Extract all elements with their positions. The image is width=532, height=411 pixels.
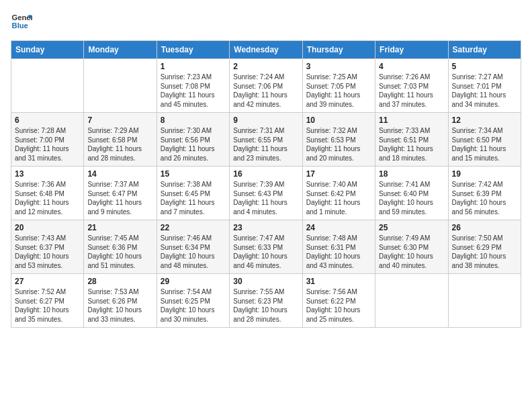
day-info: Sunrise: 7:36 AM Sunset: 6:48 PM Dayligh…: [15, 180, 80, 216]
day-cell: 25Sunrise: 7:49 AM Sunset: 6:30 PM Dayli…: [375, 220, 448, 274]
calendar-table: SundayMondayTuesdayWednesdayThursdayFrid…: [11, 40, 521, 328]
day-info: Sunrise: 7:55 AM Sunset: 6:23 PM Dayligh…: [233, 287, 298, 324]
page-header: General Blue: [11, 11, 521, 32]
week-row-3: 13Sunrise: 7:36 AM Sunset: 6:48 PM Dayli…: [11, 167, 521, 220]
day-cell: 15Sunrise: 7:38 AM Sunset: 6:45 PM Dayli…: [157, 167, 229, 220]
day-info: Sunrise: 7:56 AM Sunset: 6:22 PM Dayligh…: [306, 287, 371, 324]
day-cell: 27Sunrise: 7:52 AM Sunset: 6:27 PM Dayli…: [11, 274, 84, 328]
day-info: Sunrise: 7:42 AM Sunset: 6:39 PM Dayligh…: [452, 180, 517, 216]
day-number: 14: [87, 169, 152, 179]
day-cell: 8Sunrise: 7:30 AM Sunset: 6:56 PM Daylig…: [157, 113, 229, 167]
day-number: 4: [379, 62, 444, 71]
day-number: 15: [161, 169, 226, 179]
day-number: 22: [161, 223, 226, 232]
day-number: 7: [87, 116, 152, 125]
day-info: Sunrise: 7:34 AM Sunset: 6:50 PM Dayligh…: [452, 126, 517, 163]
day-info: Sunrise: 7:24 AM Sunset: 7:06 PM Dayligh…: [233, 73, 298, 109]
header-cell-wednesday: Wednesday: [230, 41, 302, 59]
header-cell-monday: Monday: [84, 41, 157, 59]
day-cell: 29Sunrise: 7:54 AM Sunset: 6:25 PM Dayli…: [157, 274, 229, 328]
day-info: Sunrise: 7:45 AM Sunset: 6:36 PM Dayligh…: [87, 234, 152, 270]
day-number: 26: [452, 223, 517, 232]
day-info: Sunrise: 7:40 AM Sunset: 6:42 PM Dayligh…: [306, 180, 371, 216]
day-number: 23: [233, 223, 298, 232]
day-cell: 31Sunrise: 7:56 AM Sunset: 6:22 PM Dayli…: [302, 274, 375, 328]
day-number: 12: [452, 116, 517, 125]
day-info: Sunrise: 7:31 AM Sunset: 6:55 PM Dayligh…: [233, 126, 298, 163]
header-cell-thursday: Thursday: [302, 41, 375, 59]
day-cell: 19Sunrise: 7:42 AM Sunset: 6:39 PM Dayli…: [448, 167, 521, 220]
day-number: 18: [379, 169, 444, 179]
day-cell: 17Sunrise: 7:40 AM Sunset: 6:42 PM Dayli…: [302, 167, 375, 220]
day-cell: 18Sunrise: 7:41 AM Sunset: 6:40 PM Dayli…: [375, 167, 448, 220]
day-info: Sunrise: 7:23 AM Sunset: 7:08 PM Dayligh…: [161, 73, 226, 109]
day-number: 30: [233, 277, 298, 286]
day-info: Sunrise: 7:54 AM Sunset: 6:25 PM Dayligh…: [161, 287, 226, 324]
header-cell-sunday: Sunday: [11, 41, 84, 59]
day-info: Sunrise: 7:41 AM Sunset: 6:40 PM Dayligh…: [379, 180, 444, 216]
day-cell: 12Sunrise: 7:34 AM Sunset: 6:50 PM Dayli…: [448, 113, 521, 167]
day-number: 5: [452, 62, 517, 71]
logo: General Blue: [11, 11, 35, 32]
day-number: 21: [87, 223, 152, 232]
day-number: 2: [233, 62, 298, 71]
day-cell: 5Sunrise: 7:27 AM Sunset: 7:01 PM Daylig…: [448, 59, 521, 113]
day-info: Sunrise: 7:49 AM Sunset: 6:30 PM Dayligh…: [379, 234, 444, 270]
header-cell-friday: Friday: [375, 41, 448, 59]
day-cell: 13Sunrise: 7:36 AM Sunset: 6:48 PM Dayli…: [11, 167, 84, 220]
day-number: 8: [161, 116, 226, 125]
day-cell: 24Sunrise: 7:48 AM Sunset: 6:31 PM Dayli…: [302, 220, 375, 274]
day-info: Sunrise: 7:48 AM Sunset: 6:31 PM Dayligh…: [306, 234, 371, 270]
day-info: Sunrise: 7:26 AM Sunset: 7:03 PM Dayligh…: [379, 73, 444, 109]
day-cell: 2Sunrise: 7:24 AM Sunset: 7:06 PM Daylig…: [230, 59, 302, 113]
day-number: 11: [379, 116, 444, 125]
day-number: 25: [379, 223, 444, 232]
day-info: Sunrise: 7:43 AM Sunset: 6:37 PM Dayligh…: [15, 234, 80, 270]
day-cell: 6Sunrise: 7:28 AM Sunset: 7:00 PM Daylig…: [11, 113, 84, 167]
day-cell: 1Sunrise: 7:23 AM Sunset: 7:08 PM Daylig…: [157, 59, 229, 113]
day-info: Sunrise: 7:25 AM Sunset: 7:05 PM Dayligh…: [306, 73, 371, 109]
day-number: 17: [306, 169, 371, 179]
day-cell: [448, 274, 521, 328]
day-number: 10: [306, 116, 371, 125]
day-cell: 23Sunrise: 7:47 AM Sunset: 6:33 PM Dayli…: [230, 220, 302, 274]
day-info: Sunrise: 7:37 AM Sunset: 6:47 PM Dayligh…: [87, 180, 152, 216]
day-cell: 16Sunrise: 7:39 AM Sunset: 6:43 PM Dayli…: [230, 167, 302, 220]
day-info: Sunrise: 7:47 AM Sunset: 6:33 PM Dayligh…: [233, 234, 298, 270]
day-number: 28: [87, 277, 152, 286]
week-row-1: 1Sunrise: 7:23 AM Sunset: 7:08 PM Daylig…: [11, 59, 521, 113]
day-number: 19: [452, 169, 517, 179]
day-cell: 4Sunrise: 7:26 AM Sunset: 7:03 PM Daylig…: [375, 59, 448, 113]
day-number: 13: [15, 169, 80, 179]
day-cell: [84, 59, 157, 113]
day-cell: 30Sunrise: 7:55 AM Sunset: 6:23 PM Dayli…: [230, 274, 302, 328]
day-cell: [11, 59, 84, 113]
svg-text:General: General: [12, 13, 32, 21]
day-cell: 21Sunrise: 7:45 AM Sunset: 6:36 PM Dayli…: [84, 220, 157, 274]
header-cell-saturday: Saturday: [448, 41, 521, 59]
day-info: Sunrise: 7:53 AM Sunset: 6:26 PM Dayligh…: [87, 287, 152, 324]
day-number: 9: [233, 116, 298, 125]
day-cell: 20Sunrise: 7:43 AM Sunset: 6:37 PM Dayli…: [11, 220, 84, 274]
svg-text:Blue: Blue: [12, 21, 28, 30]
day-number: 27: [15, 277, 80, 286]
day-cell: 10Sunrise: 7:32 AM Sunset: 6:53 PM Dayli…: [302, 113, 375, 167]
day-info: Sunrise: 7:30 AM Sunset: 6:56 PM Dayligh…: [161, 126, 226, 163]
day-info: Sunrise: 7:52 AM Sunset: 6:27 PM Dayligh…: [15, 287, 80, 324]
day-number: 20: [15, 223, 80, 232]
day-number: 24: [306, 223, 371, 232]
header-cell-tuesday: Tuesday: [157, 41, 229, 59]
day-info: Sunrise: 7:39 AM Sunset: 6:43 PM Dayligh…: [233, 180, 298, 216]
day-number: 16: [233, 169, 298, 179]
day-number: 3: [306, 62, 371, 71]
day-info: Sunrise: 7:38 AM Sunset: 6:45 PM Dayligh…: [161, 180, 226, 216]
week-row-4: 20Sunrise: 7:43 AM Sunset: 6:37 PM Dayli…: [11, 220, 521, 274]
header-row: SundayMondayTuesdayWednesdayThursdayFrid…: [11, 41, 521, 59]
day-cell: 26Sunrise: 7:50 AM Sunset: 6:29 PM Dayli…: [448, 220, 521, 274]
day-info: Sunrise: 7:33 AM Sunset: 6:51 PM Dayligh…: [379, 126, 444, 163]
week-row-2: 6Sunrise: 7:28 AM Sunset: 7:00 PM Daylig…: [11, 113, 521, 167]
day-cell: 11Sunrise: 7:33 AM Sunset: 6:51 PM Dayli…: [375, 113, 448, 167]
week-row-5: 27Sunrise: 7:52 AM Sunset: 6:27 PM Dayli…: [11, 274, 521, 328]
day-info: Sunrise: 7:46 AM Sunset: 6:34 PM Dayligh…: [161, 234, 226, 270]
logo-icon: General Blue: [11, 11, 32, 32]
